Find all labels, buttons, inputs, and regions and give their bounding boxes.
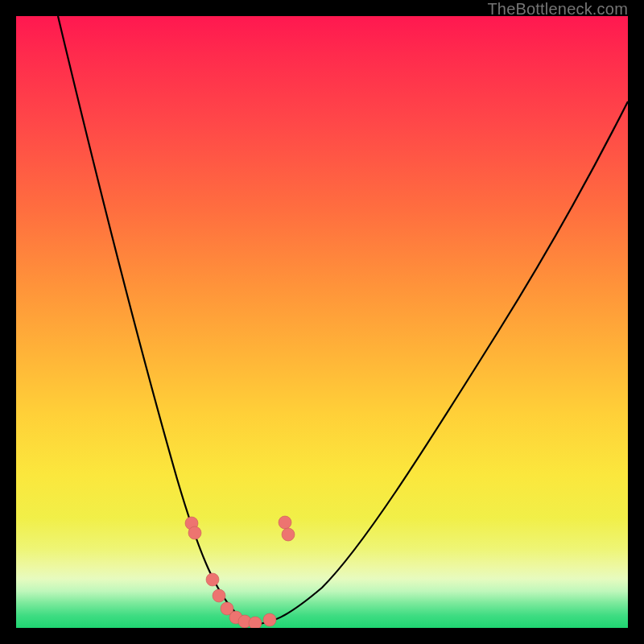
chart-svg [16,16,628,628]
marker-dot [249,617,262,628]
watermark-text: TheBottleneck.com [487,0,628,19]
marker-dot [213,589,225,602]
marker-dot [206,573,219,586]
marker-group [185,516,295,628]
marker-dot [188,526,201,539]
bottleneck-curve [58,16,628,624]
marker-dot [282,528,295,541]
marker-dot [263,613,276,626]
chart-frame: TheBottleneck.com [0,0,644,644]
marker-dot [279,516,291,529]
chart-plot-area [16,16,628,628]
